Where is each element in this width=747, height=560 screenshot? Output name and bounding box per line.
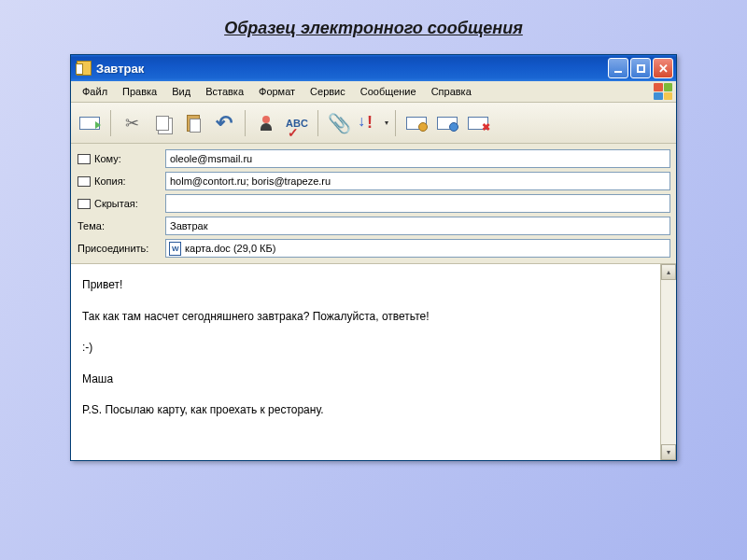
maximize-button[interactable] <box>630 58 651 78</box>
bcc-label[interactable]: Скрытая: <box>77 196 165 211</box>
undo-button[interactable]: ↶ <box>210 108 238 138</box>
header-fields: Кому: Копия: Скрытая: Тема: <box>71 144 676 264</box>
message-body[interactable]: Привет! Так как там насчет сегодняшнего … <box>71 264 660 460</box>
menu-tools[interactable]: Сервис <box>303 84 353 99</box>
menubar: Файл Правка Вид Вставка Формат Сервис Со… <box>71 81 676 103</box>
cut-button[interactable]: ✂ <box>118 108 146 138</box>
attachment-field[interactable]: карта.doc (29,0 КБ) <box>165 239 670 258</box>
scrollbar[interactable]: ▴ ▾ <box>660 264 676 460</box>
paperclip-icon: 📎 <box>328 112 351 134</box>
menu-help[interactable]: Справка <box>424 84 479 99</box>
window-icon <box>77 61 92 76</box>
copy-icon <box>156 116 169 131</box>
subject-label: Тема: <box>77 218 165 233</box>
attachment-name: карта.doc (29,0 КБ) <box>185 243 275 254</box>
window-title: Завтрак <box>96 62 608 76</box>
to-label[interactable]: Кому: <box>77 151 165 166</box>
menu-format[interactable]: Формат <box>251 84 303 99</box>
send-button[interactable] <box>76 108 104 138</box>
offline-button[interactable] <box>464 108 492 138</box>
close-button[interactable]: ✕ <box>653 58 673 78</box>
menu-view[interactable]: Вид <box>164 84 198 99</box>
cc-field[interactable] <box>165 172 670 190</box>
bcc-field[interactable] <box>165 194 670 213</box>
send-icon <box>79 117 100 130</box>
spellcheck-button[interactable]: ABC <box>283 108 311 138</box>
attachment-label: Присоединить: <box>77 241 165 256</box>
address-book-icon <box>78 154 91 164</box>
attach-button[interactable]: 📎 <box>325 108 353 138</box>
menu-file[interactable]: Файл <box>75 84 115 99</box>
word-doc-icon <box>169 242 181 256</box>
check-names-button[interactable] <box>252 108 280 138</box>
subject-field[interactable] <box>165 217 670 235</box>
priority-button[interactable]: ! <box>356 108 384 138</box>
paste-button[interactable] <box>179 108 207 138</box>
encrypt-icon <box>437 117 458 130</box>
priority-dropdown[interactable]: ▾ <box>385 119 388 127</box>
scroll-track[interactable] <box>661 280 676 444</box>
cc-label[interactable]: Копия: <box>77 174 165 189</box>
encrypt-button[interactable] <box>433 108 461 138</box>
address-book-icon <box>78 199 91 209</box>
priority-icon: ! <box>367 113 373 133</box>
scroll-up-button[interactable]: ▴ <box>661 264 676 280</box>
copy-button[interactable] <box>148 108 176 138</box>
message-body-container: Привет! Так как там насчет сегодняшнего … <box>71 264 676 460</box>
toolbar: ✂ ↶ ABC 📎 ! ▾ <box>71 103 676 144</box>
sign-icon <box>406 117 427 130</box>
minimize-button[interactable] <box>608 58 628 78</box>
titlebar[interactable]: Завтрак ✕ <box>71 55 676 81</box>
undo-icon: ↶ <box>216 111 233 135</box>
menu-insert[interactable]: Вставка <box>198 84 251 99</box>
menu-edit[interactable]: Правка <box>115 84 164 99</box>
scroll-down-button[interactable]: ▾ <box>661 444 676 460</box>
menu-message[interactable]: Сообщение <box>353 84 424 99</box>
windows-logo-icon <box>654 83 672 100</box>
compose-window: Завтрак ✕ Файл Правка Вид Вставка Формат… <box>70 54 677 461</box>
sign-button[interactable] <box>402 108 430 138</box>
offline-icon <box>468 117 488 130</box>
cut-icon: ✂ <box>125 113 139 133</box>
person-icon <box>259 116 274 131</box>
paste-icon <box>187 115 200 132</box>
slide-title: Образец электронного сообщения <box>0 0 747 49</box>
to-field[interactable] <box>165 149 670 168</box>
spellcheck-icon: ABC <box>286 118 308 129</box>
address-book-icon <box>78 176 91 187</box>
